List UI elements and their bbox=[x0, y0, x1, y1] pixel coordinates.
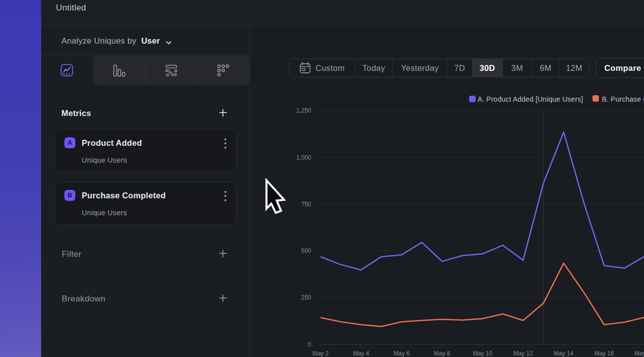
svg-text:0: 0 bbox=[308, 341, 311, 348]
svg-text:1,000: 1,000 bbox=[296, 154, 311, 161]
svg-text:May 8: May 8 bbox=[434, 350, 450, 357]
svg-text:May 6: May 6 bbox=[393, 350, 410, 357]
svg-text:1,250: 1,250 bbox=[296, 107, 311, 114]
svg-text:May 4: May 4 bbox=[353, 350, 369, 357]
svg-text:May 10: May 10 bbox=[473, 350, 493, 357]
svg-text:750: 750 bbox=[301, 201, 311, 208]
svg-text:May 16: May 16 bbox=[594, 350, 614, 357]
svg-text:May 2: May 2 bbox=[313, 350, 329, 357]
svg-text:May 18: May 18 bbox=[635, 350, 644, 357]
svg-text:250: 250 bbox=[301, 294, 311, 301]
svg-text:May 14: May 14 bbox=[554, 350, 574, 357]
svg-text:500: 500 bbox=[301, 247, 311, 254]
svg-text:May 12: May 12 bbox=[513, 350, 533, 357]
